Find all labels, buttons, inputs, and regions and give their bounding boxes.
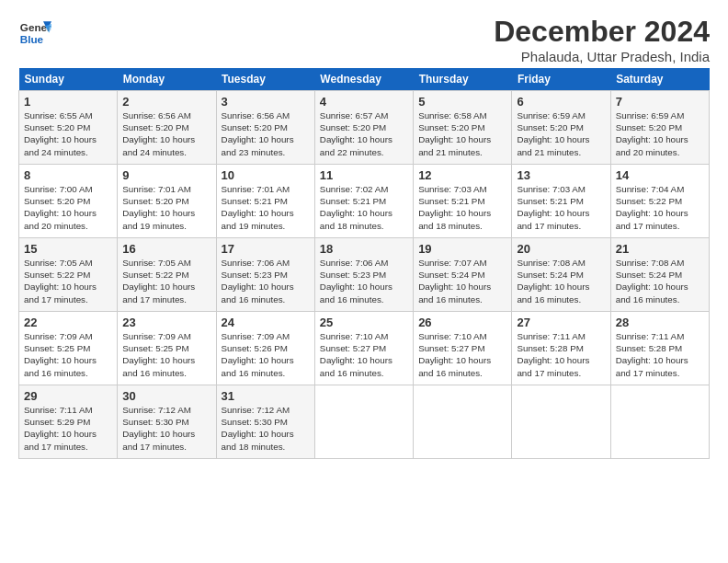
cell-content: Sunrise: 7:09 AMSunset: 5:25 PMDaylight:… (122, 330, 210, 379)
day-number: 27 (517, 316, 605, 329)
day-number: 23 (122, 316, 210, 329)
day-number: 24 (222, 316, 310, 329)
cell-2-1: 8Sunrise: 7:00 AMSunset: 5:20 PMDaylight… (19, 165, 118, 238)
logo: General Blue (18, 15, 51, 48)
cell-content: Sunrise: 7:04 AMSunset: 5:22 PMDaylight:… (616, 183, 704, 232)
cell-2-6: 13Sunrise: 7:03 AMSunset: 5:21 PMDayligh… (512, 165, 610, 238)
cell-content: Sunrise: 7:12 AMSunset: 5:30 PMDaylight:… (222, 404, 310, 453)
day-number: 18 (320, 242, 408, 256)
col-header-friday: Friday (512, 68, 610, 91)
week-row-1: 1Sunrise: 6:55 AMSunset: 5:20 PMDaylight… (19, 91, 710, 165)
cell-content: Sunrise: 7:05 AMSunset: 5:22 PMDaylight:… (122, 257, 210, 305)
main-title: December 2024 (494, 15, 710, 49)
col-header-monday: Monday (118, 68, 216, 91)
cell-3-4: 18Sunrise: 7:06 AMSunset: 5:23 PMDayligh… (314, 238, 413, 312)
col-header-wednesday: Wednesday (314, 68, 413, 91)
week-row-4: 22Sunrise: 7:09 AMSunset: 5:25 PMDayligh… (19, 312, 710, 385)
day-number: 19 (418, 242, 506, 256)
cell-4-1: 22Sunrise: 7:09 AMSunset: 5:25 PMDayligh… (19, 312, 118, 385)
cell-3-2: 16Sunrise: 7:05 AMSunset: 5:22 PMDayligh… (118, 238, 216, 312)
calendar-table: SundayMondayTuesdayWednesdayThursdayFrid… (18, 68, 710, 459)
cell-3-6: 20Sunrise: 7:08 AMSunset: 5:24 PMDayligh… (512, 238, 610, 312)
cell-content: Sunrise: 7:08 AMSunset: 5:24 PMDaylight:… (616, 257, 704, 305)
col-header-tuesday: Tuesday (216, 68, 314, 91)
page: General Blue December 2024 Phalauda, Utt… (0, 0, 728, 563)
cell-3-3: 17Sunrise: 7:06 AMSunset: 5:23 PMDayligh… (216, 238, 314, 312)
day-number: 25 (320, 316, 408, 329)
cell-4-2: 23Sunrise: 7:09 AMSunset: 5:25 PMDayligh… (118, 312, 216, 385)
title-block: December 2024 Phalauda, Uttar Pradesh, I… (494, 15, 710, 64)
cell-2-7: 14Sunrise: 7:04 AMSunset: 5:22 PMDayligh… (610, 165, 709, 238)
week-row-5: 29Sunrise: 7:11 AMSunset: 5:29 PMDayligh… (19, 385, 710, 459)
cell-content: Sunrise: 7:07 AMSunset: 5:24 PMDaylight:… (418, 257, 506, 305)
cell-content: Sunrise: 7:06 AMSunset: 5:23 PMDaylight:… (320, 257, 408, 305)
cell-4-5: 26Sunrise: 7:10 AMSunset: 5:27 PMDayligh… (414, 312, 512, 385)
cell-1-3: 3Sunrise: 6:56 AMSunset: 5:20 PMDaylight… (216, 91, 314, 165)
cell-2-3: 10Sunrise: 7:01 AMSunset: 5:21 PMDayligh… (216, 165, 314, 238)
day-number: 2 (122, 95, 210, 109)
day-number: 4 (320, 95, 408, 109)
day-number: 29 (24, 389, 112, 403)
cell-content: Sunrise: 7:11 AMSunset: 5:28 PMDaylight:… (616, 330, 704, 379)
day-number: 30 (122, 389, 210, 403)
cell-content: Sunrise: 6:59 AMSunset: 5:20 PMDaylight:… (616, 109, 704, 158)
cell-1-2: 2Sunrise: 6:56 AMSunset: 5:20 PMDaylight… (118, 91, 216, 165)
cell-content: Sunrise: 6:56 AMSunset: 5:20 PMDaylight:… (122, 109, 210, 158)
day-number: 9 (122, 168, 210, 182)
cell-4-3: 24Sunrise: 7:09 AMSunset: 5:26 PMDayligh… (216, 312, 314, 385)
cell-3-7: 21Sunrise: 7:08 AMSunset: 5:24 PMDayligh… (610, 238, 709, 312)
day-number: 3 (222, 95, 310, 109)
cell-2-2: 9Sunrise: 7:01 AMSunset: 5:20 PMDaylight… (118, 165, 216, 238)
cell-1-5: 5Sunrise: 6:58 AMSunset: 5:20 PMDaylight… (414, 91, 512, 165)
cell-content: Sunrise: 7:11 AMSunset: 5:29 PMDaylight:… (24, 404, 112, 453)
day-number: 7 (616, 95, 704, 109)
day-number: 14 (616, 168, 704, 182)
day-number: 15 (24, 242, 112, 256)
cell-4-7: 28Sunrise: 7:11 AMSunset: 5:28 PMDayligh… (610, 312, 709, 385)
header: General Blue December 2024 Phalauda, Utt… (18, 15, 710, 64)
cell-content: Sunrise: 7:01 AMSunset: 5:20 PMDaylight:… (122, 183, 210, 232)
day-number: 20 (517, 242, 605, 256)
col-header-sunday: Sunday (19, 68, 118, 91)
cell-2-5: 12Sunrise: 7:03 AMSunset: 5:21 PMDayligh… (414, 165, 512, 238)
day-number: 6 (517, 95, 605, 109)
cell-5-6 (512, 385, 610, 459)
cell-1-7: 7Sunrise: 6:59 AMSunset: 5:20 PMDaylight… (610, 91, 709, 165)
day-number: 12 (418, 168, 506, 182)
cell-content: Sunrise: 7:00 AMSunset: 5:20 PMDaylight:… (24, 183, 112, 232)
cell-1-6: 6Sunrise: 6:59 AMSunset: 5:20 PMDaylight… (512, 91, 610, 165)
day-number: 16 (122, 242, 210, 256)
day-number: 11 (320, 168, 408, 182)
cell-content: Sunrise: 6:56 AMSunset: 5:20 PMDaylight:… (222, 109, 310, 158)
cell-content: Sunrise: 7:11 AMSunset: 5:28 PMDaylight:… (517, 330, 605, 379)
cell-5-5 (414, 385, 512, 459)
cell-5-1: 29Sunrise: 7:11 AMSunset: 5:29 PMDayligh… (19, 385, 118, 459)
cell-content: Sunrise: 6:57 AMSunset: 5:20 PMDaylight:… (320, 109, 408, 158)
cell-content: Sunrise: 7:01 AMSunset: 5:21 PMDaylight:… (222, 183, 310, 232)
day-number: 26 (418, 316, 506, 329)
day-number: 17 (222, 242, 310, 256)
cell-content: Sunrise: 6:59 AMSunset: 5:20 PMDaylight:… (517, 109, 605, 158)
day-number: 1 (24, 95, 112, 109)
cell-content: Sunrise: 7:03 AMSunset: 5:21 PMDaylight:… (517, 183, 605, 232)
header-row: SundayMondayTuesdayWednesdayThursdayFrid… (19, 68, 710, 91)
cell-4-4: 25Sunrise: 7:10 AMSunset: 5:27 PMDayligh… (314, 312, 413, 385)
cell-5-7 (610, 385, 709, 459)
cell-content: Sunrise: 7:02 AMSunset: 5:21 PMDaylight:… (320, 183, 408, 232)
day-number: 8 (24, 168, 112, 182)
cell-content: Sunrise: 7:08 AMSunset: 5:24 PMDaylight:… (517, 257, 605, 305)
cell-5-4 (314, 385, 413, 459)
week-row-3: 15Sunrise: 7:05 AMSunset: 5:22 PMDayligh… (19, 238, 710, 312)
cell-content: Sunrise: 7:05 AMSunset: 5:22 PMDaylight:… (24, 257, 112, 305)
col-header-thursday: Thursday (414, 68, 512, 91)
cell-content: Sunrise: 6:58 AMSunset: 5:20 PMDaylight:… (418, 109, 506, 158)
cell-5-2: 30Sunrise: 7:12 AMSunset: 5:30 PMDayligh… (118, 385, 216, 459)
day-number: 13 (517, 168, 605, 182)
day-number: 28 (616, 316, 704, 329)
day-number: 10 (222, 168, 310, 182)
day-number: 31 (222, 389, 310, 403)
cell-content: Sunrise: 7:10 AMSunset: 5:27 PMDaylight:… (418, 330, 506, 379)
cell-content: Sunrise: 7:06 AMSunset: 5:23 PMDaylight:… (222, 257, 310, 305)
cell-content: Sunrise: 7:10 AMSunset: 5:27 PMDaylight:… (320, 330, 408, 379)
cell-3-5: 19Sunrise: 7:07 AMSunset: 5:24 PMDayligh… (414, 238, 512, 312)
